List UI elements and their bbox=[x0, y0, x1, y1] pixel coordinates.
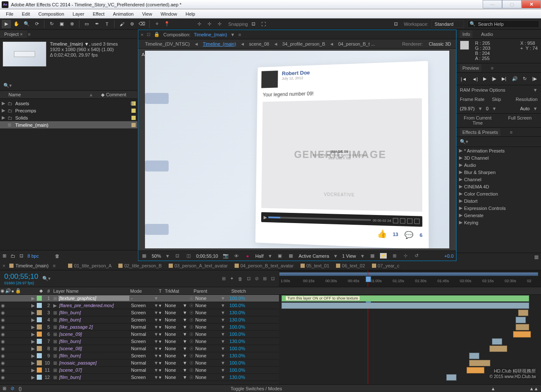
snapping-toggle[interactable]: ⊡ bbox=[249, 20, 258, 28]
effects-category[interactable]: ▶* Animation Presets bbox=[456, 147, 541, 154]
graph-editor-icon[interactable]: ⊞ bbox=[263, 276, 267, 281]
effects-category[interactable]: ▶Generate bbox=[456, 212, 541, 219]
effects-panel-icon[interactable]: ▥ bbox=[534, 254, 538, 260]
comp-timeline-main[interactable]: ⊞Timeline_(main) bbox=[0, 121, 137, 128]
layer-row[interactable]: ◉▶8⊞[scene_08]Normal▼▾None▼☉None▼100.0% bbox=[0, 345, 279, 352]
loop-icon[interactable]: ↻ bbox=[523, 76, 527, 82]
zoom-out-icon[interactable]: ▲ bbox=[491, 386, 495, 391]
views-dropdown[interactable]: 1 View bbox=[342, 253, 356, 259]
snapshot-icon[interactable]: 📷 bbox=[222, 253, 229, 259]
rectangle-tool[interactable]: ▭ bbox=[82, 20, 91, 28]
workspace-dropdown[interactable]: Standard bbox=[432, 20, 464, 28]
timeline-tab[interactable]: 02_title_person_B bbox=[116, 263, 164, 268]
breadcrumb-item[interactable]: Timeline_(DV_NTSC) bbox=[143, 41, 191, 46]
res-dropdown[interactable]: Auto bbox=[520, 106, 530, 111]
world-axis-icon[interactable]: ⊹ bbox=[215, 20, 224, 28]
project-tab[interactable]: Project × bbox=[0, 30, 27, 38]
framerate-dropdown[interactable]: (29.97) bbox=[460, 106, 475, 111]
eraser-tool[interactable]: ⌫ bbox=[137, 20, 147, 28]
zoom-dropdown[interactable]: 50% bbox=[152, 253, 161, 259]
orbit-tool[interactable]: ⟳ bbox=[32, 20, 41, 28]
hand-tool[interactable]: ✋ bbox=[12, 20, 21, 28]
sync-icon[interactable]: ⊡ bbox=[391, 20, 400, 28]
first-frame-icon[interactable]: |◄ bbox=[461, 76, 467, 82]
breadcrumb-item[interactable]: 34_profile_person_B bbox=[281, 41, 327, 46]
lock-icon[interactable]: 🔒 bbox=[154, 32, 160, 37]
pixel-aspect-icon[interactable]: ▦ bbox=[369, 253, 376, 259]
menu-view[interactable]: View bbox=[138, 11, 156, 16]
flowchart-icon[interactable]: ⊹ bbox=[402, 253, 409, 259]
layer-row[interactable]: ◉▶3⊞[film_burn]Screen▼▾None▼☉None▼130.0% bbox=[0, 309, 279, 316]
ram-options-label[interactable]: RAM Preview Options bbox=[460, 87, 505, 93]
bpc-button[interactable]: 8 bpc bbox=[27, 253, 39, 259]
switches-icon[interactable]: ⊘ bbox=[11, 386, 14, 391]
search-layers-icon[interactable]: 🔍▾ bbox=[42, 276, 51, 281]
menu-layer[interactable]: Layer bbox=[68, 11, 89, 16]
timeline-tab[interactable]: 03_person_A_text_avatar bbox=[166, 263, 230, 268]
fast-previews-icon[interactable]: ⚡ bbox=[380, 253, 387, 259]
folder-precomps[interactable]: ▶🗀Precomps bbox=[0, 107, 137, 114]
last-frame-icon[interactable]: ▶| bbox=[502, 76, 506, 82]
frame-blend-icon[interactable]: ⊡ bbox=[247, 276, 251, 281]
menu-window[interactable]: Window bbox=[156, 11, 181, 16]
layer-row[interactable]: ◉▶10⊞[mosaic_passage]Normal▼▾None▼☉None▼… bbox=[0, 359, 279, 367]
motion-blur-icon[interactable]: ⊘ bbox=[255, 276, 259, 281]
show-snapshot-icon[interactable]: 👁 bbox=[233, 253, 240, 259]
grid-icon[interactable]: ▦ bbox=[287, 253, 294, 259]
video-col-icon[interactable]: ◉ bbox=[0, 288, 5, 294]
timeline-icon[interactable]: ⊞ bbox=[391, 253, 398, 259]
layer-row[interactable]: ◉▶9⊞[film_burn]Screen▼▾None▼☉None▼130.0% bbox=[0, 352, 279, 359]
timeline-tab[interactable]: 06_text_02 bbox=[333, 263, 367, 268]
align-tool[interactable]: ⊹ bbox=[194, 20, 204, 28]
info-tab[interactable]: Info bbox=[460, 30, 473, 38]
effects-category[interactable]: ▶Keying bbox=[456, 219, 541, 226]
timeline-tab-main[interactable]: Timeline_(main) bbox=[7, 263, 51, 268]
camera-tool[interactable]: ▣ bbox=[57, 20, 66, 28]
close-tab-icon[interactable]: × bbox=[141, 32, 143, 37]
skip-dropdown[interactable]: 0 bbox=[486, 106, 489, 111]
breadcrumb-item[interactable]: Timeline_(main) bbox=[201, 41, 238, 46]
menu-edit[interactable]: Edit bbox=[18, 11, 34, 16]
play-icon[interactable]: ▶ bbox=[483, 76, 486, 82]
search-help-input[interactable]: 🔍 Search Help bbox=[467, 20, 539, 28]
preview-tab[interactable]: Preview bbox=[460, 64, 481, 72]
comp-tab-name[interactable]: Timeline_(main) bbox=[194, 32, 227, 37]
always-preview-icon[interactable]: ▦ bbox=[141, 253, 148, 259]
clone-tool[interactable]: ⊚ bbox=[127, 20, 137, 28]
timecode-display[interactable]: 0;00;55;10 bbox=[196, 253, 218, 259]
expand-icon[interactable]: ⊞ bbox=[3, 386, 6, 391]
timeline-tab[interactable]: 01_title_person_A bbox=[66, 263, 114, 268]
mute-icon[interactable]: 🔊 bbox=[512, 76, 518, 82]
resolution-dropdown[interactable]: Half bbox=[255, 253, 264, 259]
effects-category[interactable]: ▶3D Channel bbox=[456, 154, 541, 161]
effects-category[interactable]: ▶Distort bbox=[456, 197, 541, 204]
tab-grip-icon[interactable]: ⊡ bbox=[147, 32, 150, 37]
panel-menu-icon[interactable]: ≡ bbox=[28, 32, 30, 37]
puppet-tool[interactable]: 📍 bbox=[162, 20, 172, 28]
local-axis-icon[interactable]: ⊹ bbox=[205, 20, 214, 28]
menu-effect[interactable]: Effect bbox=[88, 11, 109, 16]
zoom-tool[interactable]: 🔍 bbox=[22, 20, 31, 28]
menu-file[interactable]: File bbox=[2, 11, 18, 16]
folder-icon[interactable]: 🗀 bbox=[11, 253, 15, 259]
pan-behind-tool[interactable]: ⊕ bbox=[67, 20, 77, 28]
selection-tool[interactable]: ▶ bbox=[2, 20, 11, 28]
trash-icon[interactable]: 🗑 bbox=[55, 253, 60, 259]
layer-row[interactable]: ◉▶7⊞[film_burn]Screen▼▾None▼☉None▼130.0% bbox=[0, 338, 279, 345]
layer-row[interactable]: ◉▶4⊞[film_burn]Screen▼▾None▼☉None▼130.0% bbox=[0, 316, 279, 324]
full-screen[interactable]: Full Screen bbox=[499, 114, 541, 127]
lock-col-icon[interactable]: 🔒 bbox=[15, 288, 20, 294]
effects-category[interactable]: ▶CINEMA 4D bbox=[456, 183, 541, 190]
reset-expo-icon[interactable]: ↺ bbox=[413, 253, 420, 259]
brainiac-icon[interactable]: ⊡ bbox=[271, 276, 275, 281]
menu-composition[interactable]: Composition bbox=[34, 11, 68, 16]
time-ruler[interactable]: 1:00s00:15s00:30s00:45s01:00s01:15s01:30… bbox=[279, 270, 541, 287]
roi-icon[interactable]: ▣ bbox=[276, 253, 283, 259]
menu-animation[interactable]: Animation bbox=[109, 11, 138, 16]
prev-frame-icon[interactable]: ◄| bbox=[472, 76, 478, 82]
timeline-tab[interactable]: 05_text_01 bbox=[298, 263, 332, 268]
minimize-button[interactable]: — bbox=[483, 0, 502, 8]
solo-col-icon[interactable]: ● bbox=[10, 289, 15, 294]
layer-row[interactable]: ◉▶5⊞[like_passage 2]Normal▼▾None▼☉None▼1… bbox=[0, 324, 279, 331]
audio-col-icon[interactable]: 🔊 bbox=[5, 288, 10, 294]
